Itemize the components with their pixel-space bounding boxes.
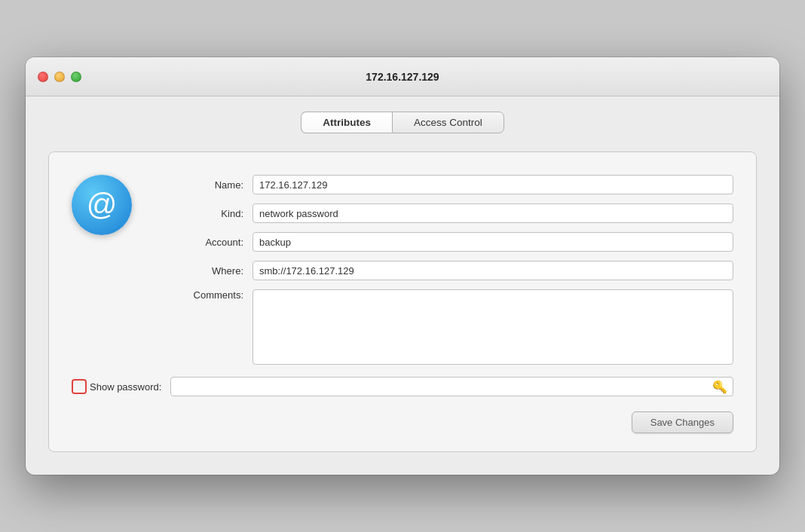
kind-label: Kind:: [162, 208, 253, 219]
tab-attributes[interactable]: Attributes: [301, 112, 392, 133]
button-row: Save Changes: [72, 411, 733, 433]
traffic-lights: [38, 72, 81, 82]
main-window: 172.16.127.129 Attributes Access Control…: [26, 57, 779, 475]
account-label: Account:: [162, 237, 253, 248]
keychain-icon: @: [72, 175, 132, 235]
maximize-button[interactable]: [71, 72, 81, 82]
window-title: 172.16.127.129: [366, 71, 439, 83]
form-area: Name: Kind: Account: Where:: [162, 175, 733, 365]
tab-bar: Attributes Access Control: [48, 112, 757, 133]
close-button[interactable]: [38, 72, 48, 82]
show-password-label: Show password:: [90, 381, 161, 393]
show-password-checkbox[interactable]: [72, 379, 87, 394]
account-row: Account:: [162, 232, 733, 252]
password-field-wrapper: 🔑: [170, 377, 733, 396]
name-input[interactable]: [253, 175, 733, 194]
where-label: Where:: [162, 265, 253, 277]
minimize-button[interactable]: [54, 72, 65, 82]
icon-area: @: [72, 175, 132, 235]
comments-row: Comments:: [162, 289, 733, 365]
name-label: Name:: [162, 179, 253, 191]
name-row: Name:: [162, 175, 733, 194]
kind-input[interactable]: [253, 203, 733, 223]
title-bar: 172.16.127.129: [26, 57, 779, 96]
at-symbol-icon: @: [87, 189, 118, 219]
where-row: Where:: [162, 261, 733, 280]
account-input[interactable]: [253, 232, 733, 252]
where-input[interactable]: [253, 261, 733, 280]
kind-row: Kind:: [162, 203, 733, 223]
comments-label: Comments:: [162, 289, 253, 301]
comments-textarea[interactable]: [253, 289, 733, 365]
save-changes-button[interactable]: Save Changes: [632, 411, 733, 433]
show-password-checkbox-wrapper: [72, 379, 87, 394]
password-row: Show password: 🔑: [72, 377, 733, 396]
tab-access-control[interactable]: Access Control: [392, 112, 504, 133]
key-icon[interactable]: 🔑: [712, 380, 727, 394]
main-panel: @ Name: Kind: Account:: [48, 151, 757, 452]
password-input[interactable]: [170, 377, 733, 396]
window-content: Attributes Access Control @ Name: K: [26, 96, 779, 475]
